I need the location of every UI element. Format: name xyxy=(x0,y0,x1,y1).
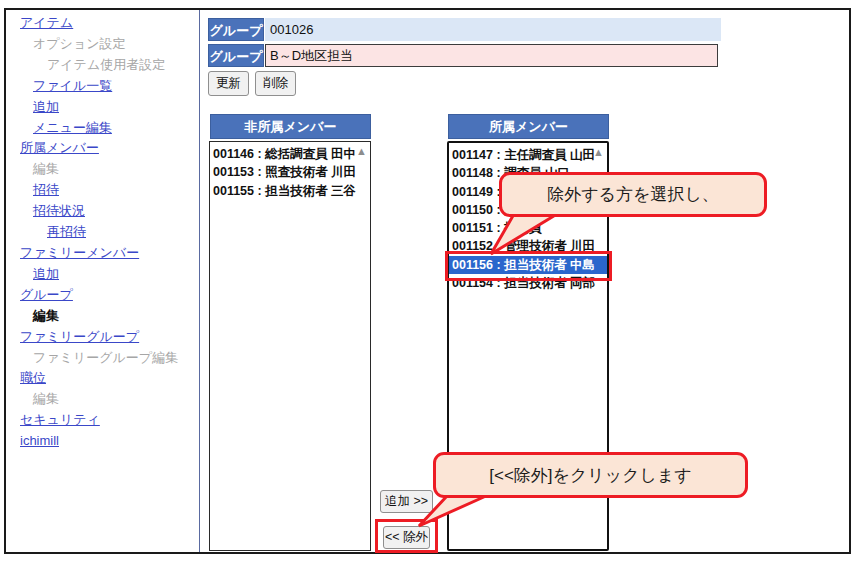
sidebar-item-label: ファイル一覧 xyxy=(33,78,112,93)
update-button[interactable]: 更新 xyxy=(208,71,249,96)
sidebar-item[interactable]: 再招待 xyxy=(6,222,199,243)
non-member-list-header: 非所属メンバー xyxy=(210,114,371,139)
group-id-label: グループID xyxy=(208,18,264,41)
sidebar-item: 編集 xyxy=(6,159,199,180)
sidebar-item[interactable]: セキュリティ xyxy=(6,410,199,431)
sidebar-item[interactable]: 職位 xyxy=(6,368,199,389)
sidebar-item[interactable]: 追加 xyxy=(6,97,199,118)
sidebar-item-label: 職位 xyxy=(20,370,46,385)
sidebar-item-label: 編集 xyxy=(33,391,59,406)
sidebar-item-label: オプション設定 xyxy=(33,36,126,51)
sidebar-item-label: アイテム使用者設定 xyxy=(47,57,165,72)
sidebar-item: オプション設定 xyxy=(6,34,199,55)
sidebar-item-label: セキュリティ xyxy=(20,412,100,427)
sidebar-item[interactable]: ichimill xyxy=(6,431,199,452)
list-item[interactable]: 001154 : 担当技術者 岡部 xyxy=(449,274,607,292)
sidebar-item-label: 再招待 xyxy=(47,224,86,239)
sidebar-item-label: 追加 xyxy=(33,99,59,114)
sidebar-item-label: 編集 xyxy=(33,161,59,176)
sidebar-item[interactable]: 追加 xyxy=(6,264,199,285)
sidebar-item-label: 編集 xyxy=(33,308,59,323)
group-id-value: 001026 xyxy=(265,18,721,41)
list-item[interactable]: 001152 : 管理技術者 川田 xyxy=(449,237,607,255)
sidebar-item[interactable]: ファミリーグループ xyxy=(6,327,199,348)
callout-select-member: 除外する方を選択し、 xyxy=(499,172,767,217)
sidebar-item-label: ファミリーメンバー xyxy=(20,245,139,260)
add-button[interactable]: 追加 >> xyxy=(380,490,433,513)
main-content: グループID 001026 グループ名 更新 削除 非所属メンバー 所属メンバー… xyxy=(201,10,849,552)
member-list-header: 所属メンバー xyxy=(448,114,609,139)
sidebar-item-label: メニュー編集 xyxy=(33,120,112,135)
scroll-up-icon[interactable]: ▲ xyxy=(593,147,604,158)
sidebar: アイテムオプション設定アイテム使用者設定ファイル一覧追加メニュー編集所属メンバー… xyxy=(6,10,200,552)
sidebar-item[interactable]: 招待状況 xyxy=(6,201,199,222)
sidebar-item-label: アイテム xyxy=(20,15,73,30)
sidebar-item[interactable]: ファミリーメンバー xyxy=(6,243,199,264)
sidebar-item[interactable]: アイテム xyxy=(6,13,199,34)
remove-button[interactable]: << 除外 xyxy=(383,526,430,549)
group-name-input[interactable] xyxy=(265,44,718,67)
list-item[interactable]: 001147 : 主任調査員 山田 xyxy=(449,146,607,164)
list-item[interactable]: 001153 : 照査技術者 川田 xyxy=(210,163,370,181)
sidebar-item: 編集 xyxy=(6,389,199,410)
sidebar-item-label: ichimill xyxy=(20,433,59,448)
app-frame: アイテムオプション設定アイテム使用者設定ファイル一覧追加メニュー編集所属メンバー… xyxy=(4,8,851,554)
callout-click-remove: [<<除外]をクリックします xyxy=(433,452,748,498)
list-item[interactable]: 001146 : 総括調査員 田中 xyxy=(210,145,370,163)
sidebar-item[interactable]: メニュー編集 xyxy=(6,118,199,139)
sidebar-item: ファミリーグループ編集 xyxy=(6,348,199,369)
sidebar-item[interactable]: 所属メンバー xyxy=(6,138,199,159)
sidebar-item-label: ファミリーグループ xyxy=(20,329,139,344)
sidebar-item[interactable]: 招待 xyxy=(6,180,199,201)
sidebar-item-label: 所属メンバー xyxy=(20,140,99,155)
sidebar-item: アイテム使用者設定 xyxy=(6,55,199,76)
scroll-up-icon[interactable]: ▲ xyxy=(356,146,367,157)
sidebar-item[interactable]: グループ xyxy=(6,285,199,306)
sidebar-item[interactable]: ファイル一覧 xyxy=(6,76,199,97)
delete-button[interactable]: 削除 xyxy=(255,71,296,96)
sidebar-item-label: ファミリーグループ編集 xyxy=(33,350,178,365)
left-listbox[interactable]: ▲ 001146 : 総括調査員 田中001153 : 照査技術者 川田0011… xyxy=(209,141,371,551)
list-item[interactable]: 001151 : 技術員 xyxy=(449,219,607,237)
sidebar-item-label: グループ xyxy=(20,287,73,302)
list-item[interactable]: 001155 : 担当技術者 三谷 xyxy=(210,182,370,200)
sidebar-item-label: 追加 xyxy=(33,266,59,281)
group-name-label: グループ名 xyxy=(208,44,264,67)
list-item[interactable]: 001156 : 担当技術者 中島 xyxy=(449,256,607,274)
sidebar-item-label: 招待 xyxy=(33,182,59,197)
sidebar-item: 編集 xyxy=(6,306,199,327)
sidebar-item-label: 招待状況 xyxy=(33,203,85,218)
